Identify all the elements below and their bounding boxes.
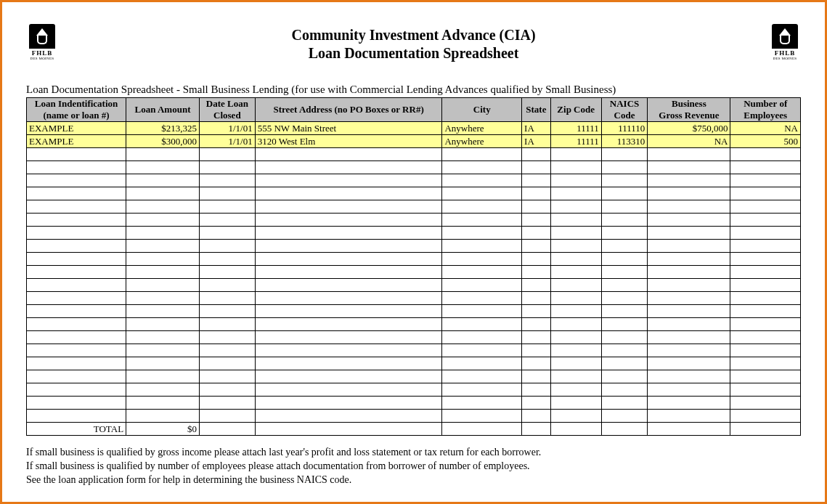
table-cell — [522, 318, 550, 331]
table-cell — [522, 331, 550, 344]
table-row — [27, 266, 801, 279]
house-icon — [29, 24, 55, 49]
table-cell: $300,000 — [126, 135, 200, 148]
table-cell — [27, 383, 126, 397]
table-cell — [27, 292, 126, 305]
table-cell — [255, 174, 442, 187]
table-cell — [550, 292, 601, 305]
table-cell — [255, 370, 442, 383]
table-row — [27, 214, 801, 227]
table-cell — [199, 187, 255, 200]
table-cell — [648, 305, 730, 318]
table-cell — [255, 318, 442, 331]
table-cell — [522, 148, 550, 161]
table-cell — [126, 318, 200, 331]
table-cell — [730, 331, 801, 344]
table-cell — [730, 344, 801, 357]
table-cell: EXAMPLE — [27, 135, 126, 148]
table-row — [27, 174, 801, 187]
table-cell — [648, 344, 730, 357]
table-cell — [126, 410, 200, 423]
table-cell — [126, 305, 200, 318]
table-cell — [126, 292, 200, 305]
table-cell — [199, 253, 255, 266]
loan-table: Loan Indentification(name or loan #) Loa… — [26, 97, 801, 436]
table-cell — [730, 266, 801, 279]
table-cell — [601, 344, 648, 357]
table-row — [27, 331, 801, 344]
table-row — [27, 397, 801, 410]
table-cell — [199, 161, 255, 174]
table-cell — [601, 292, 648, 305]
table-cell: $750,000 — [648, 122, 730, 135]
table-cell — [442, 253, 522, 266]
table-cell — [730, 174, 801, 187]
table-cell — [648, 318, 730, 331]
table-cell — [199, 383, 255, 397]
table-cell — [255, 383, 442, 397]
table-cell — [27, 253, 126, 266]
table-cell — [27, 357, 126, 370]
table-cell — [648, 423, 730, 436]
table-cell — [27, 344, 126, 357]
table-cell — [442, 370, 522, 383]
house-icon — [772, 24, 798, 49]
table-cell — [522, 240, 550, 253]
table-cell — [550, 410, 601, 423]
title-line-1: Community Investment Advance (CIA) — [58, 27, 769, 44]
table-cell — [648, 240, 730, 253]
table-cell — [522, 200, 550, 214]
table-cell — [442, 187, 522, 200]
document-frame: FHLB DES MOINES Community Investment Adv… — [0, 0, 827, 504]
table-cell — [199, 397, 255, 410]
table-cell — [255, 148, 442, 161]
table-cell — [522, 423, 550, 436]
table-cell — [730, 253, 801, 266]
table-cell — [522, 410, 550, 423]
table-row — [27, 344, 801, 357]
table-cell — [730, 370, 801, 383]
table-cell — [550, 214, 601, 227]
table-cell — [550, 174, 601, 187]
footer-line-3: See the loan application form for help i… — [26, 473, 801, 487]
table-cell — [648, 370, 730, 383]
table-cell — [522, 383, 550, 397]
table-cell: NA — [730, 122, 801, 135]
table-cell — [601, 161, 648, 174]
table-cell — [601, 423, 648, 436]
table-cell — [442, 305, 522, 318]
table-cell — [27, 200, 126, 214]
table-cell — [601, 357, 648, 370]
table-cell — [550, 161, 601, 174]
table-cell — [550, 383, 601, 397]
table-cell — [550, 318, 601, 331]
table-row — [27, 279, 801, 292]
table-cell — [442, 383, 522, 397]
table-cell — [27, 187, 126, 200]
col-state: State — [522, 98, 550, 122]
table-row: EXAMPLE$213,3251/1/01555 NW Main StreetA… — [27, 122, 801, 135]
table-cell — [648, 357, 730, 370]
table-cell — [550, 148, 601, 161]
table-row — [27, 148, 801, 161]
table-cell — [442, 423, 522, 436]
table-cell — [126, 383, 200, 397]
table-cell — [522, 266, 550, 279]
table-cell — [522, 279, 550, 292]
col-street: Street Address (no PO Boxes or RR#) — [255, 98, 442, 122]
table-cell — [255, 344, 442, 357]
table-cell — [199, 292, 255, 305]
table-cell — [27, 410, 126, 423]
table-cell — [550, 397, 601, 410]
table-cell — [601, 318, 648, 331]
table-cell — [550, 227, 601, 240]
table-cell — [27, 266, 126, 279]
table-cell — [27, 318, 126, 331]
table-cell — [199, 240, 255, 253]
table-cell — [522, 397, 550, 410]
table-cell — [442, 214, 522, 227]
col-amount: Loan Amount — [126, 98, 200, 122]
table-cell — [442, 279, 522, 292]
footer-line-2: If small business is qualified by number… — [26, 460, 801, 473]
table-row — [27, 187, 801, 200]
